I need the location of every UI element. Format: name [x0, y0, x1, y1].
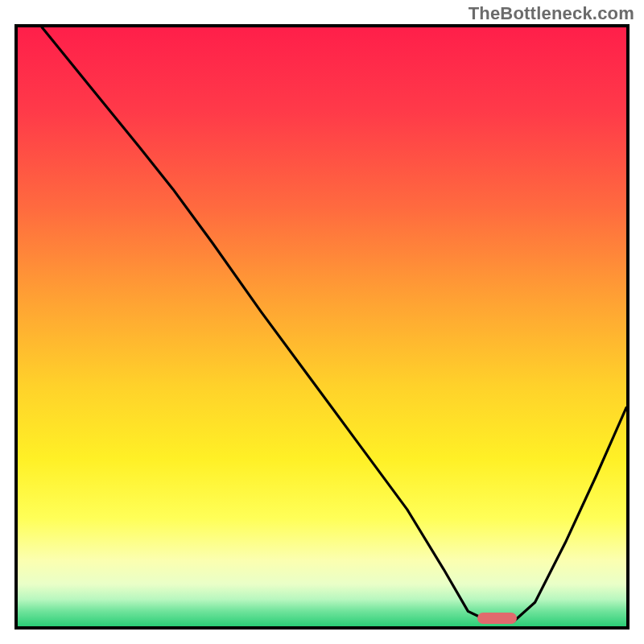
optimal-range-marker: [477, 613, 517, 624]
watermark-text: TheBottleneck.com: [469, 3, 634, 24]
plot-svg: [18, 27, 626, 626]
gradient-background: [18, 27, 626, 626]
plot-area: [14, 24, 630, 630]
